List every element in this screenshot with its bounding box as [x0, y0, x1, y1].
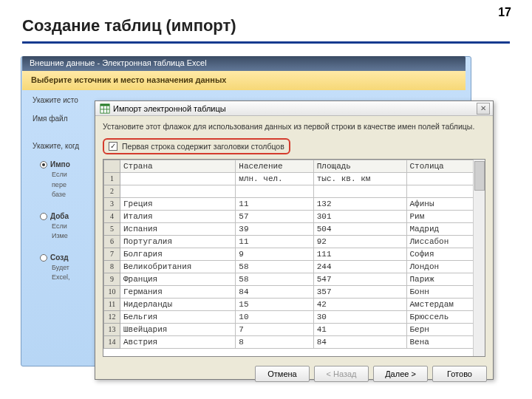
table-row[interactable]: 13Швейцария741Берн: [104, 323, 485, 335]
cell[interactable]: 57: [236, 210, 313, 222]
cell[interactable]: 15: [236, 298, 313, 310]
row-number[interactable]: 11: [104, 298, 120, 310]
checkbox-highlight: ✓ Первая строка содержит заголовки столб…: [103, 138, 290, 154]
column-header[interactable]: Площадь: [313, 160, 406, 172]
table-row[interactable]: 6Португалия1192Лиссабон: [104, 235, 485, 248]
vertical-scrollbar[interactable]: [473, 160, 485, 356]
spreadsheet-icon: [100, 103, 110, 114]
cell[interactable]: 504: [313, 222, 406, 235]
row-number[interactable]: 7: [104, 248, 120, 260]
close-button[interactable]: ✕: [477, 103, 490, 115]
table-row[interactable]: 4Италия57301Рим: [104, 210, 485, 222]
cell[interactable]: 84: [313, 335, 406, 348]
table-row[interactable]: 9Франция58547Париж: [104, 273, 485, 285]
cell[interactable]: 30: [313, 310, 406, 323]
cell[interactable]: Нидерланды: [120, 298, 236, 310]
cell[interactable]: 301: [313, 210, 406, 222]
cell[interactable]: 8: [236, 335, 313, 348]
cell[interactable]: Греция: [120, 197, 236, 210]
cell[interactable]: 84: [236, 285, 313, 298]
cell[interactable]: [120, 172, 236, 185]
row-number[interactable]: 14: [104, 335, 120, 348]
svg-rect-1: [100, 103, 109, 106]
back-button[interactable]: < Назад: [314, 366, 369, 382]
cell[interactable]: Италия: [120, 210, 236, 222]
cell[interactable]: тыс. кв. км: [313, 172, 406, 185]
table-row[interactable]: 11Нидерланды1542Амстердам: [104, 298, 485, 310]
preview-table: СтранаНаселениеПлощадьСтолица 1млн. чел.…: [103, 160, 485, 349]
row-number[interactable]: 10: [104, 285, 120, 298]
row-number[interactable]: 1: [104, 172, 120, 185]
row-number[interactable]: 2: [104, 185, 120, 197]
cell[interactable]: [236, 185, 313, 197]
checkbox-label: Первая строка содержит заголовки столбцо…: [122, 142, 284, 151]
radio-append[interactable]: [40, 213, 47, 220]
first-row-headers-checkbox[interactable]: ✓: [109, 142, 117, 151]
cell[interactable]: Великобритания: [120, 260, 236, 273]
cell[interactable]: 11: [236, 235, 313, 248]
cell[interactable]: 357: [313, 285, 406, 298]
next-button[interactable]: Далее >: [373, 366, 428, 382]
cell[interactable]: Испания: [120, 222, 236, 235]
opt-link-label: Созд: [50, 253, 69, 262]
table-row[interactable]: 10Германия84357Бонн: [104, 285, 485, 298]
cell[interactable]: 58: [236, 260, 313, 273]
cell[interactable]: млн. чел.: [236, 172, 313, 185]
row-number[interactable]: 4: [104, 210, 120, 222]
cell[interactable]: 132: [313, 197, 406, 210]
cell[interactable]: 547: [313, 273, 406, 285]
dialog-title: Импорт электронной таблицы: [113, 104, 226, 113]
column-header[interactable]: Страна: [120, 160, 236, 172]
cancel-button[interactable]: Отмена: [255, 366, 310, 382]
cell[interactable]: Германия: [120, 285, 236, 298]
header-divider: [22, 41, 510, 44]
cell[interactable]: 39: [236, 222, 313, 235]
cell[interactable]: [313, 185, 406, 197]
cell[interactable]: 11: [236, 197, 313, 210]
opt-import-label: Импо: [50, 160, 70, 168]
cell[interactable]: Болгария: [120, 248, 236, 260]
table-row[interactable]: 2: [104, 185, 485, 197]
cell[interactable]: Австрия: [120, 335, 236, 348]
cell[interactable]: 9: [236, 248, 313, 260]
radio-import[interactable]: [40, 161, 47, 168]
cell[interactable]: Франция: [120, 273, 236, 285]
row-number[interactable]: 8: [104, 260, 120, 273]
cell[interactable]: 41: [313, 323, 406, 335]
row-number[interactable]: 3: [104, 197, 120, 210]
table-row[interactable]: 14Австрия884Вена: [104, 335, 485, 348]
dialog-titlebar[interactable]: Импорт электронной таблицы ✕: [95, 101, 493, 116]
row-number[interactable]: 13: [104, 323, 120, 335]
ribbon-title: Внешние данные - Электронная таблица Exc…: [22, 56, 466, 71]
row-number[interactable]: 6: [104, 235, 120, 248]
row-number[interactable]: 9: [104, 273, 120, 285]
table-row[interactable]: 7Болгария9111София: [104, 248, 485, 260]
cell[interactable]: 42: [313, 298, 406, 310]
table-row[interactable]: 12Бельгия1030Брюссель: [104, 310, 485, 323]
preview-table-wrap: СтранаНаселениеПлощадьСтолица 1млн. чел.…: [103, 159, 485, 357]
dialog-instruction: Установите этот флажок для использования…: [103, 122, 485, 132]
radio-link[interactable]: [40, 254, 47, 262]
finish-button[interactable]: Готово: [432, 366, 487, 382]
column-header[interactable]: Население: [236, 160, 313, 172]
cell[interactable]: [120, 185, 236, 197]
scrollbar-thumb[interactable]: [474, 161, 485, 191]
slide-title: Создание таблиц (импорт): [22, 16, 510, 35]
cell[interactable]: Швейцария: [120, 323, 236, 335]
cell[interactable]: 58: [236, 273, 313, 285]
cell[interactable]: 92: [313, 235, 406, 248]
cell[interactable]: 244: [313, 260, 406, 273]
table-row[interactable]: 8Великобритания58244Лондон: [104, 260, 485, 273]
table-row[interactable]: 1млн. чел.тыс. кв. км: [104, 172, 485, 185]
table-row[interactable]: 5Испания39504Мадрид: [104, 222, 485, 235]
cell[interactable]: Португалия: [120, 235, 236, 248]
table-row[interactable]: 3Греция11132Афины: [104, 197, 485, 210]
cell[interactable]: 10: [236, 310, 313, 323]
cell[interactable]: 7: [236, 323, 313, 335]
row-number[interactable]: 12: [104, 310, 120, 323]
rownum-header: [104, 160, 120, 172]
opt-append-label: Доба: [50, 212, 69, 220]
cell[interactable]: Бельгия: [120, 310, 236, 323]
row-number[interactable]: 5: [104, 222, 120, 235]
cell[interactable]: 111: [313, 248, 406, 260]
